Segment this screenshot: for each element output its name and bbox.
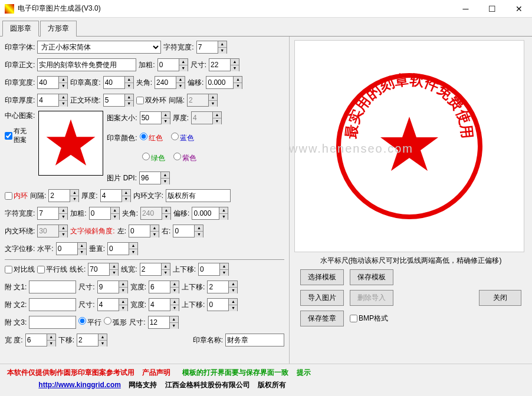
tilt-label: 文字倾斜角度: [70,226,114,236]
tilt-left-label: 左: [117,226,126,236]
ifb-label: 加粗: [70,209,86,219]
save-template-button[interactable]: 保存模板 [350,269,393,285]
minimize-button[interactable]: ─ [452,0,479,18]
choose-template-button[interactable]: 选择模板 [300,269,344,285]
sealw-label: 印章宽度: [5,78,35,88]
parallel-check[interactable] [37,266,45,273]
att3-size[interactable] [148,316,169,329]
size-input[interactable] [209,58,230,71]
ruler-hint: 水平标尺(拖动该标尺可对比弧线两端高低，精确修正偏移) [294,252,527,269]
footer-company: 江西金格科技股份有限公司 [165,381,250,389]
tilt-left-input[interactable] [129,225,150,237]
seal-preview: 最实用的刻章软件免费使用 www.henenseo.com [294,40,524,252]
ifb-input[interactable] [89,207,110,220]
tab-square[interactable]: 方形章 [40,21,77,37]
linelen-input[interactable] [88,263,109,276]
maximize-button[interactable]: ☐ [479,0,505,18]
ifo-input[interactable] [192,207,219,220]
text-label: 印章正文: [5,60,35,70]
close-button[interactable]: ✕ [505,0,532,18]
color-purple[interactable] [173,153,181,160]
color-green[interactable] [142,153,150,160]
app-icon [5,4,14,14]
footer-disclaimer: 本软件仅提供制作圆形印章图案参考试用 [7,368,134,377]
sealh-input[interactable] [103,76,124,89]
footer-link[interactable]: http://www.kinggrid.com [38,381,121,389]
bmp-check[interactable] [350,315,357,322]
svg-marker-0 [47,120,96,166]
inner-thick-label: 厚度: [81,191,97,201]
charwidth-label: 字符宽度: [163,42,193,52]
ts-label: 文字位移: [5,244,35,254]
att1-ud[interactable] [207,280,228,293]
color-blue[interactable] [171,133,179,140]
inner-ring-check[interactable] [5,192,12,200]
bottom-down[interactable] [77,334,98,346]
ifa-label: 夹角: [122,209,138,219]
footer-product: 产品声明 [142,368,170,377]
att2-input[interactable] [29,298,76,311]
angle-label: 夹角: [136,78,152,88]
contrast-check[interactable] [5,266,12,273]
charwidth-spin[interactable]: ▲▼ [218,41,227,54]
ifw-input[interactable] [37,207,58,220]
wrap-input[interactable] [103,94,124,107]
att3-parallel[interactable] [78,317,86,325]
sealw-input[interactable] [37,76,58,89]
wrap-label: 正文环绕: [70,95,100,105]
color-red[interactable] [140,133,147,140]
att2-width[interactable] [149,298,170,311]
pattern-size-label: 图案大小: [107,113,137,123]
thick-input[interactable] [37,94,58,107]
att1-width[interactable] [149,280,170,293]
inner-text-label: 内环文字: [133,191,163,201]
att3-input[interactable] [29,316,76,329]
tilt-right-input[interactable] [173,225,194,237]
angle-input[interactable] [155,76,176,89]
dbl-outer-label: 双外环 [145,95,166,105]
seal-name-input[interactable] [225,334,284,346]
inner-text-input[interactable] [166,189,231,202]
ts-v-input[interactable] [107,242,129,255]
att3-arc[interactable] [104,317,111,325]
import-image-button[interactable]: 导入图片 [300,290,344,306]
bold-label: 加粗: [139,60,155,70]
bottom-width[interactable] [25,334,47,346]
charwidth-input[interactable] [196,41,218,54]
size-label: 尺寸: [191,60,206,70]
dbl-outer-check[interactable] [136,97,144,104]
att1-size[interactable] [97,280,119,293]
ts-h-input[interactable] [56,242,77,255]
has-img-label: 有无 图案 [14,127,27,144]
inner-gap-input[interactable] [48,189,70,202]
bold-spin[interactable]: ▲▼ [179,58,188,71]
close-app-button[interactable]: 关闭 [479,290,521,306]
has-img-check[interactable] [5,132,12,140]
ifa-input [140,207,162,220]
bold-input[interactable] [157,58,179,71]
center-thick-input [191,111,212,124]
color-label: 印章颜色: [107,133,137,143]
offset-input[interactable] [206,76,233,89]
font-select[interactable]: 方正小标宋简体 [37,41,161,54]
inner-gap-label: 间隔: [30,191,46,201]
save-signature-button[interactable]: 保存签章 [300,311,344,326]
tab-bar: 圆形章 方形章 [0,18,532,37]
text-input[interactable] [37,58,136,71]
lineud-input[interactable] [198,263,219,276]
inner-thick-input[interactable] [100,189,121,202]
size-spin[interactable]: ▲▼ [230,58,239,71]
footer-support: 网络支持 [129,381,157,389]
att2-size[interactable] [97,298,119,311]
gap-label: 间隔: [169,95,185,105]
att2-ud[interactable] [207,298,228,311]
pattern-size-input[interactable] [140,111,161,124]
tab-round[interactable]: 圆形章 [2,21,39,37]
gap-input [187,94,208,107]
dpi-input[interactable] [139,171,160,184]
center-label: 中心图案: [5,111,35,121]
att1-input[interactable] [29,280,76,293]
thick-label: 印章厚度: [5,95,35,105]
linew-input[interactable] [140,263,161,276]
tilt-right-label: 右: [162,226,170,236]
